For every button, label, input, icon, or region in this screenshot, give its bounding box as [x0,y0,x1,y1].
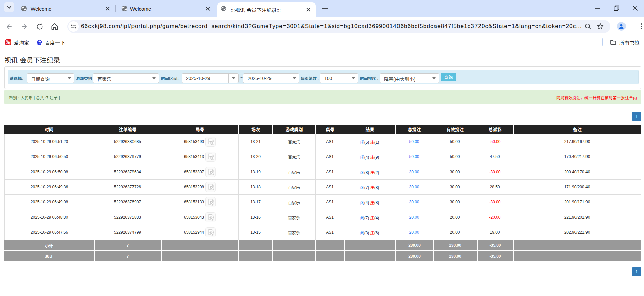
svg-text:du: du [39,42,41,44]
